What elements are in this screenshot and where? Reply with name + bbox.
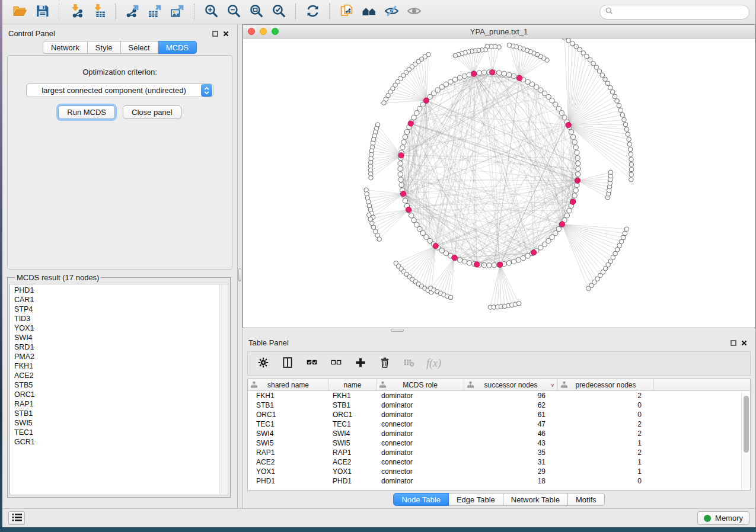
network-node[interactable] — [462, 259, 467, 264]
network-node[interactable] — [608, 170, 613, 175]
network-node[interactable] — [401, 140, 406, 145]
network-node[interactable] — [367, 213, 372, 217]
table-scrollbar-thumb[interactable] — [744, 396, 749, 453]
network-node[interactable] — [588, 57, 592, 62]
mcds-dominator-node[interactable] — [398, 153, 404, 158]
mcds-result-item[interactable]: ACE2 — [14, 371, 228, 380]
zoom-out-button[interactable] — [222, 2, 245, 22]
mcds-result-item[interactable]: PHD1 — [14, 286, 228, 295]
network-node[interactable] — [497, 70, 502, 75]
table-row[interactable]: SWI4SWI4dominator462 — [248, 429, 750, 438]
float-panel-button[interactable] — [210, 29, 221, 39]
save-button[interactable] — [31, 2, 53, 22]
network-node[interactable] — [400, 145, 405, 150]
network-node[interactable] — [569, 129, 573, 134]
network-node[interactable] — [382, 101, 387, 105]
table-tab-motifs[interactable]: Motifs — [568, 493, 605, 506]
network-node[interactable] — [481, 263, 486, 268]
zoom-fit-button[interactable] — [245, 2, 267, 22]
mcds-dominator-node[interactable] — [474, 262, 480, 267]
network-node[interactable] — [610, 90, 615, 95]
export-table-button[interactable] — [143, 2, 166, 22]
export-network-button[interactable] — [121, 2, 143, 22]
table-row[interactable]: ACE2ACE2connector311 — [248, 457, 750, 467]
first-neighbors-button[interactable] — [358, 2, 380, 22]
function-builder-button[interactable]: f(x) — [426, 357, 441, 371]
mcds-dominator-node[interactable] — [531, 250, 536, 255]
network-node[interactable] — [521, 255, 525, 260]
network-node[interactable] — [575, 156, 580, 161]
network-node[interactable] — [626, 132, 630, 137]
float-table-panel-button[interactable] — [728, 338, 739, 348]
network-node[interactable] — [398, 172, 403, 177]
network-canvas[interactable] — [243, 39, 755, 328]
table-row[interactable]: FKH1FKH1dominator962 — [248, 391, 750, 400]
network-node[interactable] — [559, 111, 564, 116]
network-node[interactable] — [581, 51, 586, 56]
zoom-in-button[interactable] — [200, 2, 222, 22]
delete-table-button[interactable] — [402, 357, 416, 371]
network-node[interactable] — [417, 106, 422, 111]
mcds-dominator-node[interactable] — [452, 255, 457, 260]
network-node[interactable] — [623, 122, 628, 127]
network-node[interactable] — [629, 167, 634, 172]
hide-selected-button[interactable] — [380, 2, 403, 22]
network-node[interactable] — [377, 237, 382, 242]
network-node[interactable] — [562, 115, 567, 120]
network-node[interactable] — [572, 140, 577, 145]
network-node[interactable] — [511, 73, 516, 78]
table-row[interactable]: TEC1TEC1connector472 — [248, 419, 750, 429]
mcds-dominator-node[interactable] — [517, 75, 522, 81]
network-node[interactable] — [572, 193, 577, 198]
memory-button[interactable]: Memory — [697, 511, 749, 525]
network-node[interactable] — [452, 77, 457, 82]
table-scrollbar[interactable] — [741, 392, 750, 490]
network-node[interactable] — [617, 103, 621, 108]
network-node[interactable] — [457, 258, 462, 262]
network-node[interactable] — [511, 259, 516, 264]
network-node[interactable] — [553, 230, 558, 235]
search-input[interactable] — [617, 8, 744, 17]
network-node[interactable] — [567, 209, 572, 213]
network-node[interactable] — [409, 213, 414, 218]
table-row[interactable]: YOX1YOX1connector291 — [248, 467, 750, 476]
table-row[interactable]: PHD1PHD1dominator180 — [248, 476, 750, 486]
mcds-dominator-node[interactable] — [490, 70, 495, 75]
tab-mcds[interactable]: MCDS — [158, 41, 197, 54]
import-table-button[interactable] — [87, 2, 110, 22]
network-node[interactable] — [570, 41, 575, 46]
table-row[interactable]: STB1STB1dominator620 — [248, 400, 750, 410]
network-node[interactable] — [566, 39, 571, 43]
network-node[interactable] — [502, 71, 506, 76]
mcds-result-item[interactable]: YOX1 — [14, 323, 228, 333]
network-node[interactable] — [628, 147, 633, 152]
network-node[interactable] — [615, 99, 620, 104]
mcds-result-item[interactable]: SWI4 — [14, 333, 228, 342]
horizontal-splitter[interactable] — [243, 328, 755, 333]
network-node[interactable] — [629, 152, 633, 157]
network-node[interactable] — [597, 69, 602, 73]
mcds-result-item[interactable]: SRD1 — [14, 342, 228, 352]
mcds-result-item[interactable]: FKH1 — [14, 361, 228, 371]
vertical-splitter[interactable] — [237, 24, 243, 508]
unselect-all-button[interactable] — [329, 357, 343, 371]
network-node[interactable] — [629, 157, 634, 162]
network-node[interactable] — [525, 79, 530, 84]
network-node[interactable] — [462, 73, 467, 78]
open-file-button[interactable] — [8, 2, 31, 22]
run-mcds-button[interactable]: Run MCDS — [58, 105, 115, 119]
table-row[interactable]: ORC1ORC1dominator610 — [248, 410, 750, 419]
network-node[interactable] — [591, 61, 596, 66]
network-node[interactable] — [417, 226, 422, 231]
column-header-shared-name[interactable]: shared name — [248, 379, 329, 390]
network-node[interactable] — [448, 79, 453, 84]
network-node[interactable] — [594, 65, 599, 70]
network-node[interactable] — [605, 81, 610, 86]
network-node[interactable] — [600, 73, 605, 78]
column-header-mcds-role[interactable]: MCDS role — [377, 379, 464, 390]
splitter-grip[interactable] — [391, 329, 404, 332]
table-tab-edge-table[interactable]: Edge Table — [449, 493, 503, 506]
network-node[interactable] — [444, 251, 448, 256]
column-header-successor-nodes[interactable]: successor nodes∨ — [464, 379, 558, 390]
mcds-dominator-node[interactable] — [423, 98, 429, 103]
